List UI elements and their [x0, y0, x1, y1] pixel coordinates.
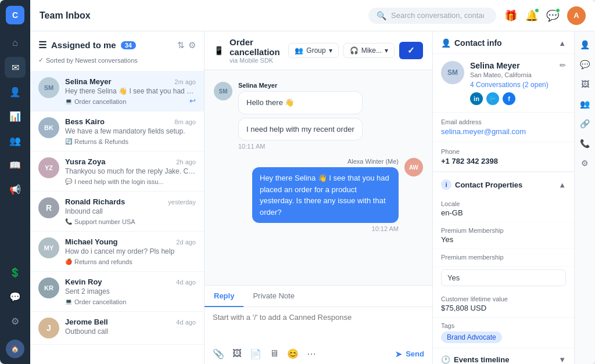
events-timeline-section: 🕐 Events timeline ▼	[433, 348, 574, 364]
app-logo: C	[6, 6, 24, 24]
emoji-icon[interactable]: 😊	[287, 348, 299, 359]
resolve-button[interactable]: ✓	[399, 42, 423, 59]
conv-header: ☰ Assigned to me 34 ⇅ ⚙ ✓ Sorted by Newe…	[30, 31, 204, 71]
notification-dot	[535, 8, 539, 13]
props-chevron[interactable]: ▲	[558, 181, 566, 189]
contact-edit-icon[interactable]: ✏	[560, 61, 566, 70]
reply-toolbar-icons: 📎 🖼 📄 🖥 😊 ⋯	[213, 348, 316, 359]
chat-area: 📱 Order cancellation via Mobile SDK 👥 Gr…	[205, 31, 432, 364]
topbar-right: 🔍 🎁 🔔 💬 A	[368, 6, 586, 25]
topbar: Team Inbox 🔍 🎁 🔔 💬 A	[30, 0, 595, 31]
person-icon: 👤	[441, 38, 451, 48]
conversation-panel: ☰ Assigned to me 34 ⇅ ⚙ ✓ Sorted by Newe…	[30, 31, 205, 364]
gift-icon[interactable]: 🎁	[504, 9, 517, 22]
group-dropdown[interactable]: 👥 Group ▾	[288, 43, 338, 58]
sidebar-icon-reports[interactable]: 📊	[5, 106, 26, 127]
panel-icon-settings[interactable]: ⚙	[578, 156, 593, 171]
sidebar-icon-chat[interactable]: 💬	[5, 286, 26, 307]
prop-premium-dropdown-label: Premium membership	[433, 249, 574, 267]
search-bar[interactable]: 🔍	[368, 8, 496, 24]
sidebar-icon-people[interactable]: 👥	[5, 130, 26, 151]
screenshot-icon[interactable]: 🖥	[270, 348, 279, 359]
panel-icon-people[interactable]: 👥	[578, 96, 593, 111]
send-button[interactable]: ➤ Send	[395, 349, 424, 359]
tab-reply[interactable]: Reply	[205, 286, 243, 307]
reply-icon-1: ↩	[189, 96, 196, 105]
events-header: 🕐 Events timeline ▼	[433, 348, 574, 364]
msg-content-2: Alexa Winter (Me) Hey there Selina 👋 I s…	[252, 158, 399, 232]
contact-socials: in 🐦 f	[470, 92, 554, 105]
conv-preview-1: Hey there Selina 👋 I see that you had p.…	[65, 87, 196, 95]
email-value: selina.meyer@gmail.com	[441, 127, 566, 136]
sidebar-icon-dollar[interactable]: 💲	[5, 262, 26, 283]
chat-header: 📱 Order cancellation via Mobile SDK 👥 Gr…	[205, 31, 432, 70]
avatar-bess: BK	[38, 117, 59, 138]
panel-icon-phone[interactable]: 📞	[578, 136, 593, 151]
article-icon[interactable]: 📄	[250, 348, 261, 359]
conv-item-2[interactable]: BK Bess Kairo 8m ago We have a few manda…	[30, 111, 204, 152]
conv-tag-5: 🍎 Returns and refunds	[65, 258, 132, 265]
twitter-icon[interactable]: 🐦	[486, 92, 499, 105]
tag-icon-4: 📞	[65, 218, 72, 225]
msg-avatar-alexa: AW	[404, 158, 423, 176]
reply-input-area	[205, 307, 432, 344]
conv-item-1[interactable]: SM Selina Meyer 2m ago Hey there Selina …	[30, 71, 204, 111]
icon-sidebar: C ⌂ ✉ 👤 📊 👥 📖 📢 💲 💬 ⚙ 🏠	[0, 0, 30, 364]
conv-item-5[interactable]: MY Michael Young 2d ago How do i cancel …	[30, 232, 204, 272]
conv-tag-4: 📞 Support number USA	[65, 218, 135, 225]
facebook-icon[interactable]: f	[503, 92, 515, 105]
filter-icon[interactable]: ⚙	[188, 40, 196, 51]
linkedin-icon[interactable]: in	[470, 92, 483, 105]
agent-dropdown[interactable]: 🎧 Mike... ▾	[343, 43, 395, 58]
contact-panel: 👤 Contact info ▲ SM Selina Meyer San Mat…	[432, 31, 595, 364]
conv-preview-7: Outbound call	[65, 327, 196, 336]
conv-item-4[interactable]: R Ronald Richards yesterday Inbound call…	[30, 192, 204, 232]
conv-body-3: Yusra Zoya 2h ago Thankyou so much for t…	[65, 157, 196, 185]
tab-private-note[interactable]: Private Note	[243, 286, 304, 307]
hamburger-icon[interactable]: ☰	[38, 39, 46, 51]
contact-avatar: SM	[441, 61, 464, 84]
more-icon[interactable]: ⋯	[307, 348, 316, 359]
panel-icon-person[interactable]: 👤	[578, 37, 593, 52]
prop-tags: Tags Brand Advocate	[433, 318, 574, 348]
tag-icon-1: 💻	[65, 98, 72, 104]
user-avatar-sidebar[interactable]: 🏠	[6, 340, 24, 358]
conversation-status-icon[interactable]: 💬	[546, 9, 559, 22]
events-chevron[interactable]: ▼	[558, 355, 566, 364]
sidebar-icon-settings[interactable]: ⚙	[5, 311, 26, 331]
sidebar-icon-home[interactable]: ⌂	[5, 33, 26, 53]
conv-item-3[interactable]: YZ Yusra Zoya 2h ago Thankyou so much fo…	[30, 152, 204, 192]
avatar-michael: MY	[38, 237, 59, 258]
reply-input[interactable]	[213, 313, 424, 336]
panel-icon-link[interactable]: 🔗	[578, 116, 593, 131]
sort-icon[interactable]: ⇅	[177, 40, 185, 51]
conv-name-2: Bess Kairo	[65, 117, 105, 126]
image-icon[interactable]: 🖼	[232, 348, 242, 359]
attachment-icon[interactable]: 📎	[213, 348, 224, 359]
contact-section-chevron[interactable]: ▲	[558, 39, 566, 48]
sidebar-icon-campaign[interactable]: 📢	[5, 179, 26, 200]
sidebar-icon-inbox[interactable]: ✉	[5, 57, 26, 78]
conv-tag-6: 💻 Order cancellation	[65, 298, 126, 305]
conv-preview-4: Inbound call	[65, 207, 196, 215]
panel-icon-image[interactable]: 🖼	[578, 77, 593, 92]
clock-icon: 🕐	[441, 355, 450, 364]
msg-content-1: Selina Meyer Hello there 👋 I need help w…	[238, 82, 363, 150]
panel-icon-chat[interactable]: 💬	[578, 57, 593, 72]
notification-icon[interactable]: 🔔	[525, 9, 538, 22]
conv-item-7[interactable]: J Jerome Bell 4d ago Outbound call	[30, 312, 204, 345]
premium-membership-select[interactable]: Yes No	[441, 269, 566, 286]
conv-item-6[interactable]: KR Kevin Roy 4d ago Sent 2 images 💻 Orde…	[30, 272, 204, 312]
tag-icon-2: 🔄	[65, 138, 72, 145]
sidebar-icon-book[interactable]: 📖	[5, 154, 26, 175]
online-dot	[555, 8, 560, 13]
conv-header-icons: ⇅ ⚙	[177, 40, 196, 51]
section-title-contact: 👤 Contact info	[441, 38, 502, 48]
chat-header-actions: 👥 Group ▾ 🎧 Mike... ▾ ✓	[288, 42, 423, 59]
send-arrow-icon: ➤	[395, 349, 402, 359]
topbar-user-avatar[interactable]: A	[567, 6, 586, 25]
sidebar-icon-contacts[interactable]: 👤	[5, 81, 26, 102]
phone-value: +1 782 342 2398	[441, 157, 566, 165]
search-input[interactable]	[391, 11, 484, 20]
brand-advocate-tag: Brand Advocate	[441, 331, 502, 343]
